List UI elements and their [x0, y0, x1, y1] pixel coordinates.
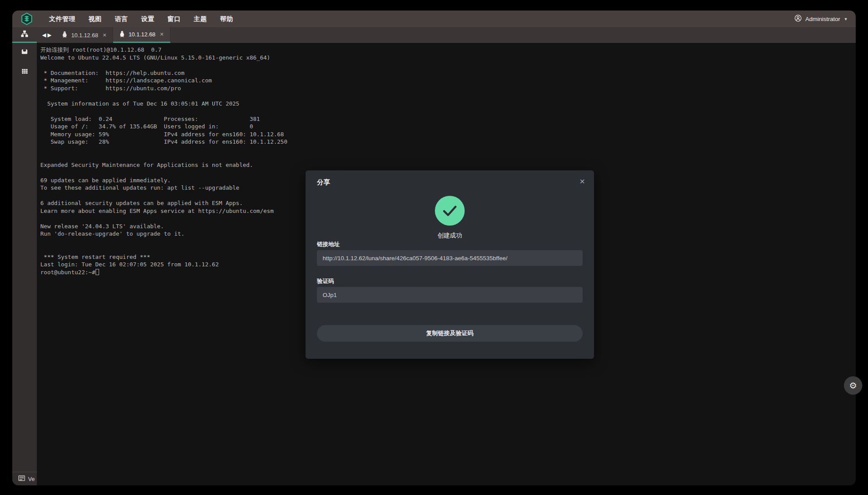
dialog-title: 分享 — [317, 178, 330, 187]
menu-file-management[interactable]: 文件管理 — [43, 11, 82, 27]
verification-code-input[interactable] — [317, 287, 583, 303]
terminal-prompt: root@ubuntu22:~# — [40, 269, 95, 276]
sidebar-item-apps[interactable] — [12, 62, 37, 81]
user-menu[interactable]: Administrator ▾ — [794, 14, 847, 23]
user-name-label: Administrator — [805, 16, 840, 22]
tab-scroll-right-icon[interactable]: ▶ — [47, 32, 51, 38]
menu-help[interactable]: 帮助 — [213, 11, 240, 27]
success-check-icon — [435, 196, 465, 226]
gear-icon: ⚙ — [849, 380, 857, 391]
server-list-icon — [18, 475, 25, 483]
link-address-label: 链接地址 — [317, 240, 340, 248]
tab-label: 10.1.12.68 — [128, 31, 155, 38]
apps-grid-icon — [21, 67, 28, 77]
left-sidebar: Ve — [12, 43, 37, 485]
menu-theme[interactable]: 主题 — [187, 11, 213, 27]
sidebar-item-asset-tree[interactable] — [12, 27, 37, 43]
session-tab-2-active[interactable]: 10.1.12.68 ✕ — [113, 27, 171, 43]
tab-scroll-left-icon[interactable]: ◀ — [42, 32, 46, 38]
close-icon[interactable]: ✕ — [580, 177, 585, 186]
linux-penguin-icon — [62, 31, 68, 39]
success-status-label: 创建成功 — [306, 232, 594, 240]
menu-settings[interactable]: 设置 — [135, 11, 161, 27]
settings-fab[interactable]: ⚙ — [844, 376, 862, 395]
menu-bar: 文件管理 视图 语言 设置 窗口 主题 帮助 Administrator ▾ — [12, 11, 856, 27]
inbox-icon — [21, 48, 28, 57]
menu-language[interactable]: 语言 — [108, 11, 135, 27]
session-tab-1[interactable]: 10.1.12.68 ✕ — [56, 27, 113, 43]
version-bar[interactable]: Ve — [12, 472, 37, 485]
tab-bar: ◀ ▶ 10.1.12.68 ✕ 10.1.12.68 ✕ — [12, 27, 856, 43]
link-address-input[interactable] — [317, 250, 583, 266]
verification-code-label: 验证码 — [317, 277, 334, 285]
sidebar-item-inbox[interactable] — [12, 43, 37, 62]
main-menu: 文件管理 视图 语言 设置 窗口 主题 帮助 — [43, 11, 240, 27]
chevron-down-icon: ▾ — [844, 16, 847, 22]
app-logo-icon[interactable] — [20, 12, 34, 26]
tab-close-icon[interactable]: ✕ — [103, 32, 107, 38]
linux-penguin-icon — [119, 31, 125, 39]
menu-view[interactable]: 视图 — [82, 11, 108, 27]
menu-window[interactable]: 窗口 — [161, 11, 187, 27]
tab-label: 10.1.12.68 — [71, 32, 98, 39]
user-avatar-icon — [794, 14, 802, 23]
tab-scroll-arrows: ◀ ▶ — [37, 27, 56, 43]
version-label: Ve — [28, 476, 35, 482]
terminal-cursor — [96, 269, 99, 275]
sitemap-icon — [21, 30, 28, 39]
share-dialog: 分享 ✕ 创建成功 链接地址 验证码 复制链接及验证码 — [306, 170, 594, 359]
copy-link-and-code-button[interactable]: 复制链接及验证码 — [317, 325, 583, 342]
tab-close-icon[interactable]: ✕ — [160, 32, 164, 37]
